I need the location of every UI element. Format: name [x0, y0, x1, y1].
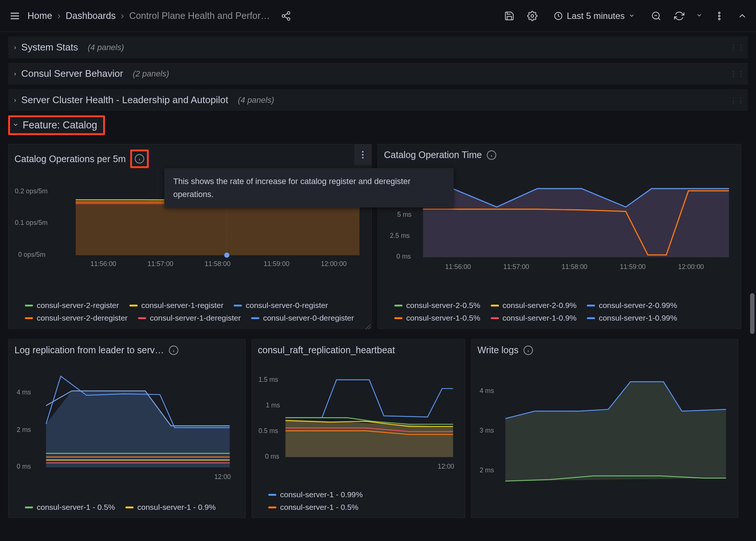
panel-title: Write logs	[477, 345, 519, 355]
svg-text:0.5 ms: 0.5 ms	[259, 427, 278, 435]
legend-item[interactable]: consul-server-1-0.5%	[394, 314, 480, 322]
legend-label: consul-server-2-0.5%	[406, 301, 480, 310]
svg-line-7	[285, 16, 287, 18]
legend-swatch	[491, 317, 499, 319]
panels-row-1: Catalog Operations per 5m This shows the…	[8, 144, 748, 329]
share-icon[interactable]	[280, 10, 292, 22]
legend-item[interactable]: consul-server-2-0.5%	[394, 301, 480, 310]
svg-text:2 ms: 2 ms	[480, 466, 494, 474]
zoom-out-icon[interactable]	[650, 10, 663, 22]
svg-point-4	[282, 14, 285, 17]
legend-item[interactable]: consul-server-1-deregister	[138, 314, 241, 322]
resize-handle-icon[interactable]	[365, 322, 371, 328]
legend-label: consul-server-1 - 0.5%	[280, 503, 358, 512]
refresh-chevron-icon[interactable]	[696, 12, 703, 20]
panel-menu-button[interactable]	[354, 144, 371, 165]
legend-item[interactable]: consul-server-1 - 0.5%	[268, 503, 358, 512]
svg-text:2.5 ms: 2.5 ms	[390, 232, 410, 239]
scrollbar[interactable]	[749, 45, 755, 527]
svg-text:4 ms: 4 ms	[17, 388, 31, 396]
legend-swatch	[268, 494, 276, 496]
drag-handle-icon[interactable]: ⋮⋮	[730, 70, 745, 78]
info-icon[interactable]	[134, 154, 145, 164]
row-title: Feature: Catalog	[23, 119, 97, 131]
kebab-menu-icon[interactable]	[713, 10, 726, 22]
svg-text:11:58:00: 11:58:00	[205, 260, 231, 268]
refresh-icon[interactable]	[673, 10, 686, 22]
hamburger-menu-icon[interactable]	[7, 9, 22, 23]
legend-label: consul-server-0-deregister	[263, 314, 354, 322]
breadcrumb-dashboards[interactable]: Dashboards	[66, 10, 116, 21]
breadcrumb-home[interactable]: Home	[27, 10, 52, 21]
svg-text:0 ms: 0 ms	[17, 463, 31, 470]
legend-label: consul-server-2-0.9%	[503, 301, 577, 310]
svg-text:11:57:00: 11:57:00	[148, 260, 174, 268]
svg-text:11:59:00: 11:59:00	[264, 260, 290, 268]
svg-text:1.5 ms: 1.5 ms	[259, 376, 278, 383]
svg-text:11:59:00: 11:59:00	[620, 263, 646, 270]
legend-item[interactable]: consul-server-1-register	[129, 301, 224, 310]
settings-icon[interactable]	[526, 10, 539, 22]
legend-item[interactable]: consul-server-2-deregister	[25, 314, 128, 322]
row-consul-server[interactable]: › Consul Server Behavior (2 panels) ⋮⋮	[8, 63, 748, 85]
collapse-up-icon[interactable]	[736, 10, 749, 22]
legend-item[interactable]: consul-server-0-register	[234, 301, 328, 310]
legend-swatch	[394, 305, 402, 306]
chevron-right-icon: ›	[14, 71, 16, 77]
scroll-thumb[interactable]	[750, 293, 755, 334]
chart-write-logs[interactable]: 4 ms 3 ms 2 ms	[471, 361, 738, 518]
info-icon[interactable]	[523, 345, 533, 355]
legend-item[interactable]: consul-server-1 - 0.99%	[268, 490, 363, 499]
row-feature-catalog[interactable]: Feature: Catalog	[8, 115, 748, 135]
svg-point-14	[719, 15, 720, 16]
svg-text:0.2 ops/5m: 0.2 ops/5m	[15, 187, 47, 195]
save-icon[interactable]	[503, 10, 516, 22]
legend-item[interactable]: consul-server-1-0.99%	[587, 314, 677, 322]
legend: consul-server-1 - 0.99%consul-server-1 -…	[252, 486, 465, 518]
svg-text:11:56:00: 11:56:00	[445, 263, 471, 270]
dashboard-body: › System Stats (4 panels) ⋮⋮ › Consul Se…	[0, 32, 756, 522]
panel-write-logs: Write logs 4 ms 3 ms 2 ms	[471, 339, 738, 518]
chart-log-replication[interactable]: 4 ms 2 ms 0 ms 12:00	[9, 361, 245, 499]
svg-line-11	[658, 18, 660, 20]
legend-swatch	[394, 317, 402, 319]
header-icons: Last 5 minutes	[503, 9, 749, 23]
chevron-right-icon: ›	[14, 97, 16, 104]
row-system-stats[interactable]: › System Stats (4 panels) ⋮⋮	[8, 36, 748, 58]
panel-header: consul_raft_replication_heartbeat	[252, 340, 465, 361]
row-server-cluster[interactable]: › Server Cluster Health - Leadership and…	[8, 89, 748, 111]
panel-title: Catalog Operation Time	[384, 150, 482, 160]
svg-text:12:00:00: 12:00:00	[321, 260, 347, 268]
svg-text:11:56:00: 11:56:00	[91, 260, 116, 268]
legend-item[interactable]: consul-server-2-0.99%	[587, 301, 677, 310]
svg-text:12:00: 12:00	[214, 473, 231, 481]
panel-info-tooltip: This shows the rate of increase for cata…	[164, 168, 454, 207]
legend-swatch	[25, 317, 33, 319]
legend-label: consul-server-1 - 0.5%	[37, 503, 115, 512]
chart-raft-heartbeat[interactable]: 1.5 ms 1 ms 0.5 ms 0 ms 12:00	[252, 361, 465, 486]
legend-item[interactable]: consul-server-1-0.9%	[491, 314, 577, 322]
info-icon[interactable]	[168, 345, 179, 355]
legend-item[interactable]: consul-server-1 - 0.5%	[25, 503, 115, 512]
legend-swatch	[587, 317, 595, 319]
legend-label: consul-server-1-0.9%	[503, 314, 577, 322]
panel-log-replication: Log replication from leader to serv… 4 m…	[8, 339, 246, 518]
panels-row-2: Log replication from leader to serv… 4 m…	[8, 339, 748, 518]
drag-handle-icon[interactable]: ⋮⋮	[730, 43, 745, 52]
drag-handle-icon[interactable]: ⋮⋮	[730, 96, 745, 104]
legend-label: consul-server-2-deregister	[37, 314, 128, 322]
legend-swatch	[25, 506, 33, 508]
legend-item[interactable]: consul-server-2-register	[25, 301, 119, 310]
info-icon[interactable]	[486, 150, 497, 160]
header: Home › Dashboards › Control Plane Health…	[0, 0, 756, 32]
svg-text:0 ops/5m: 0 ops/5m	[18, 251, 46, 258]
legend-item[interactable]: consul-server-2-0.9%	[491, 301, 577, 310]
legend-item[interactable]: consul-server-1 - 0.9%	[125, 503, 216, 512]
panel-header: Log replication from leader to serv…	[9, 340, 245, 361]
svg-text:11:58:00: 11:58:00	[562, 263, 588, 270]
panel-title: consul_raft_replication_heartbeat	[258, 345, 395, 355]
timerange-picker[interactable]: Last 5 minutes	[549, 9, 640, 23]
timerange-label: Last 5 minutes	[567, 11, 625, 21]
legend-item[interactable]: consul-server-0-deregister	[251, 314, 354, 322]
row-panel-count: (4 panels)	[238, 95, 274, 105]
